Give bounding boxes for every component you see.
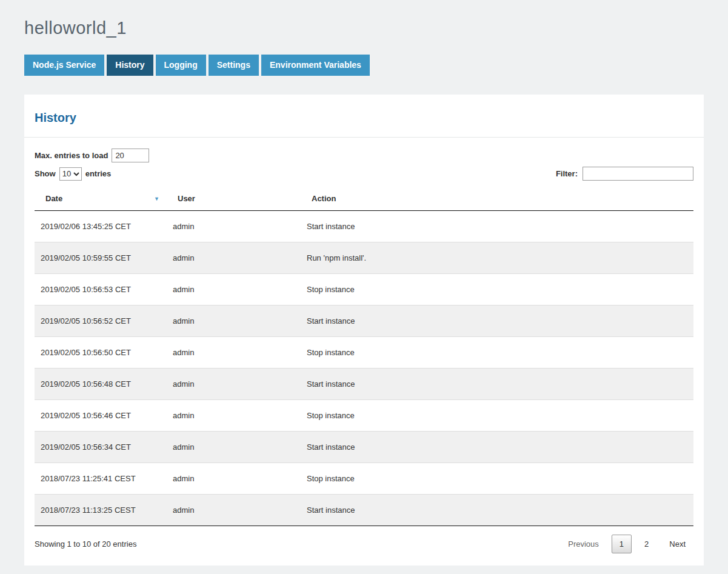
column-header-action[interactable]: Action — [301, 187, 693, 211]
table-row: 2019/02/05 10:56:53 CET admin Stop insta… — [35, 274, 693, 305]
pagination: Previous 1 2 Next — [555, 535, 693, 553]
page-length-select[interactable]: 10 — [59, 167, 82, 181]
table-row: 2018/07/23 11:13:25 CEST admin Start ins… — [35, 495, 693, 526]
cell-date: 2019/02/05 10:56:46 CET — [35, 400, 167, 432]
table-info: Showing 1 to 10 of 20 entries — [35, 539, 136, 549]
page-title: helloworld_1 — [24, 18, 704, 38]
filter-input[interactable] — [583, 167, 693, 181]
tab-history[interactable]: History — [107, 55, 153, 76]
cell-action: Start instance — [301, 211, 693, 242]
cell-date: 2018/07/23 11:25:41 CEST — [35, 463, 167, 495]
filter-label: Filter: — [556, 169, 578, 178]
table-row: 2019/02/05 10:56:34 CET admin Start inst… — [35, 432, 693, 463]
cell-action: Start instance — [301, 369, 693, 400]
cell-date: 2019/02/05 10:56:50 CET — [35, 337, 167, 369]
cell-date: 2019/02/05 10:56:34 CET — [35, 432, 167, 463]
cell-date: 2019/02/05 10:56:48 CET — [35, 369, 167, 400]
panel-heading: History — [24, 95, 704, 138]
pagination-previous[interactable]: Previous — [560, 535, 607, 553]
cell-action: Run 'npm install'. — [301, 242, 693, 274]
table-row: 2019/02/05 10:56:46 CET admin Stop insta… — [35, 400, 693, 432]
table-row: 2019/02/05 10:56:50 CET admin Stop insta… — [35, 337, 693, 369]
table-row: 2019/02/05 10:59:55 CET admin Run 'npm i… — [35, 242, 693, 274]
table-footer: Showing 1 to 10 of 20 entries Previous 1… — [24, 526, 704, 566]
cell-date: 2019/02/05 10:56:52 CET — [35, 305, 167, 337]
tab-logging[interactable]: Logging — [156, 55, 206, 76]
table-row: 2019/02/05 10:56:48 CET admin Start inst… — [35, 369, 693, 400]
show-filter-row: Show 10 entries Filter: — [35, 167, 693, 181]
cell-user: admin — [167, 463, 301, 495]
table-body: 2019/02/06 13:45:25 CET admin Start inst… — [35, 211, 693, 526]
cell-action: Stop instance — [301, 463, 693, 495]
cell-user: admin — [167, 305, 301, 337]
page-length-control: Show 10 entries — [35, 167, 111, 181]
cell-action: Start instance — [301, 495, 693, 526]
history-panel: History Max. entries to load Show 10 ent… — [24, 95, 704, 566]
pagination-page-2[interactable]: 2 — [636, 535, 656, 553]
filter-control: Filter: — [556, 167, 693, 181]
cell-user: admin — [167, 495, 301, 526]
cell-date: 2018/07/23 11:13:25 CEST — [35, 495, 167, 526]
cell-action: Stop instance — [301, 337, 693, 369]
pagination-next[interactable]: Next — [661, 535, 693, 553]
cell-user: admin — [167, 369, 301, 400]
page: helloworld_1 Node.js Service History Log… — [0, 0, 728, 574]
cell-user: admin — [167, 432, 301, 463]
tab-nodejs-service[interactable]: Node.js Service — [24, 55, 104, 76]
cell-user: admin — [167, 337, 301, 369]
cell-user: admin — [167, 274, 301, 305]
cell-user: admin — [167, 211, 301, 242]
show-label: Show — [35, 169, 56, 178]
column-header-date-label: Date — [45, 194, 62, 203]
column-header-user[interactable]: User — [167, 187, 301, 211]
cell-date: 2019/02/05 10:59:55 CET — [35, 242, 167, 274]
cell-user: admin — [167, 400, 301, 432]
tab-settings[interactable]: Settings — [209, 55, 259, 76]
entries-label: entries — [85, 169, 112, 178]
table-controls: Max. entries to load Show 10 entries Fil… — [24, 138, 704, 181]
sort-descending-icon: ▼ — [154, 196, 159, 202]
cell-action: Stop instance — [301, 400, 693, 432]
cell-action: Stop instance — [301, 274, 693, 305]
cell-date: 2019/02/05 10:56:53 CET — [35, 274, 167, 305]
max-entries-row: Max. entries to load — [35, 149, 693, 162]
table-header-row: Date ▼ User Action — [35, 187, 693, 211]
tab-bar: Node.js Service History Logging Settings… — [24, 55, 704, 76]
cell-action: Start instance — [301, 305, 693, 337]
max-entries-label: Max. entries to load — [35, 151, 108, 160]
history-table: Date ▼ User Action 2019/02/06 13:45:25 C… — [35, 187, 693, 526]
pagination-page-1[interactable]: 1 — [612, 535, 632, 553]
tab-environment-variables[interactable]: Environment Variables — [261, 55, 370, 76]
cell-user: admin — [167, 242, 301, 274]
table-row: 2019/02/06 13:45:25 CET admin Start inst… — [35, 211, 693, 242]
cell-action: Start instance — [301, 432, 693, 463]
table-row: 2018/07/23 11:25:41 CEST admin Stop inst… — [35, 463, 693, 495]
table-row: 2019/02/05 10:56:52 CET admin Start inst… — [35, 305, 693, 337]
column-header-date[interactable]: Date ▼ — [35, 187, 167, 211]
max-entries-input[interactable] — [112, 149, 149, 162]
cell-date: 2019/02/06 13:45:25 CET — [35, 211, 167, 242]
